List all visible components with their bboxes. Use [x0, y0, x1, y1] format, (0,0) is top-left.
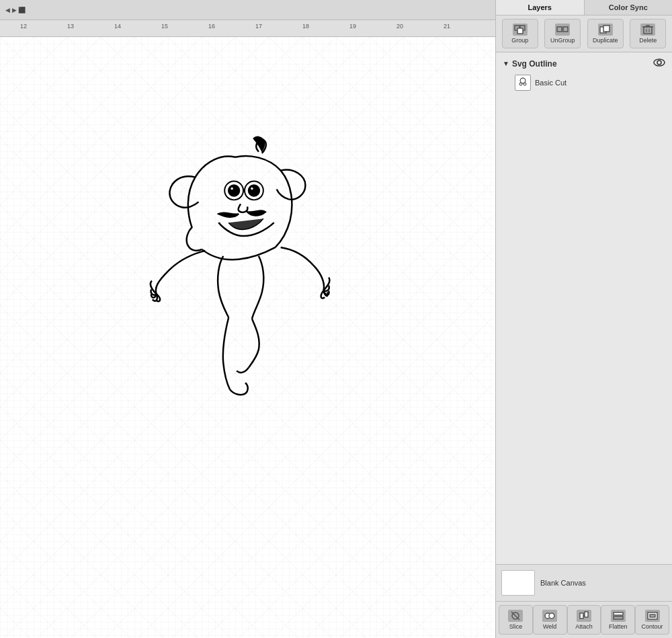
ruler-mark-12: 12 [20, 23, 27, 30]
contour-icon [645, 610, 660, 622]
blank-canvas-thumbnail [501, 570, 535, 596]
svg-rect-19 [603, 26, 610, 32]
svg-point-11 [250, 187, 254, 191]
weld-button[interactable]: Weld [533, 605, 567, 635]
attach-icon [577, 610, 591, 622]
svg-point-26 [657, 61, 661, 65]
tab-layers[interactable]: Layers [496, 0, 585, 15]
group-icon [513, 24, 528, 36]
ruler-mark-18: 18 [302, 23, 309, 30]
svg-rect-16 [563, 27, 568, 32]
svg-rect-38 [614, 612, 623, 615]
flatten-icon [611, 610, 626, 622]
delete-button[interactable]: Delete [630, 19, 666, 48]
ruler-mark-13: 13 [67, 23, 74, 30]
svg-line-32 [511, 612, 519, 620]
delete-icon [640, 24, 655, 36]
chevron-down-icon: ▼ [503, 60, 509, 67]
weld-icon [542, 610, 557, 622]
svg-rect-15 [557, 27, 562, 32]
canvas-area: ◀ ▶ ⬛ 12 13 14 15 16 17 18 19 20 21 [0, 0, 495, 638]
layer-visibility-icon[interactable] [653, 58, 665, 69]
bottom-toolbar: Slice Weld Attach [496, 601, 672, 638]
blank-canvas-section: Blank Canvas [496, 564, 672, 601]
ruler-top: ◀ ▶ ⬛ 12 13 14 15 16 17 18 19 20 21 [0, 0, 495, 37]
layers-section: ▼ Svg Outline [496, 52, 672, 564]
ruler-mark-15: 15 [161, 23, 168, 30]
svg-point-28 [519, 83, 522, 85]
ruler-mark-16: 16 [208, 23, 215, 30]
contour-button[interactable]: Contour [635, 605, 669, 635]
panel-toolbar: Group UnGroup Duplicate [496, 15, 672, 52]
tab-color-sync[interactable]: Color Sync [585, 0, 673, 15]
layer-group-header[interactable]: ▼ Svg Outline [499, 55, 669, 72]
ungroup-icon [555, 24, 570, 36]
ruler-controls: ◀ ▶ ⬛ [5, 7, 26, 13]
character-drawing [0, 37, 495, 638]
right-panel: Layers Color Sync Group [495, 0, 672, 638]
svg-rect-41 [650, 614, 655, 617]
svg-point-34 [549, 613, 554, 619]
ruler-horizontal: 12 13 14 15 16 17 18 19 20 21 [0, 20, 495, 37]
ruler-mark-14: 14 [114, 23, 121, 30]
svg-point-29 [523, 83, 526, 85]
svg-rect-14 [517, 28, 523, 34]
ruler-mark-17: 17 [255, 23, 262, 30]
duplicate-button[interactable]: Duplicate [587, 19, 624, 48]
panel-tabs: Layers Color Sync [496, 0, 672, 15]
ruler-mark-19: 19 [349, 23, 356, 30]
slice-icon [508, 610, 523, 622]
svg-rect-39 [614, 616, 623, 619]
svg-rect-20 [644, 27, 652, 34]
layer-item-icon [515, 75, 531, 91]
blank-canvas-label: Blank Canvas [540, 579, 586, 587]
flatten-button[interactable]: Flatten [601, 605, 635, 635]
slice-button[interactable]: Slice [499, 605, 533, 635]
attach-button[interactable]: Attach [567, 605, 601, 635]
svg-rect-35 [580, 613, 583, 619]
svg-rect-36 [585, 612, 588, 617]
duplicate-icon [598, 24, 613, 36]
layer-item-basic-cut[interactable]: Basic Cut [499, 72, 669, 93]
group-button[interactable]: Group [502, 19, 538, 48]
ungroup-button[interactable]: UnGroup [544, 19, 581, 48]
ruler-mark-20: 20 [396, 23, 403, 30]
ruler-mark-21: 21 [444, 23, 450, 30]
layer-group-svg-outline: ▼ Svg Outline [496, 55, 672, 93]
svg-point-8 [230, 187, 234, 191]
